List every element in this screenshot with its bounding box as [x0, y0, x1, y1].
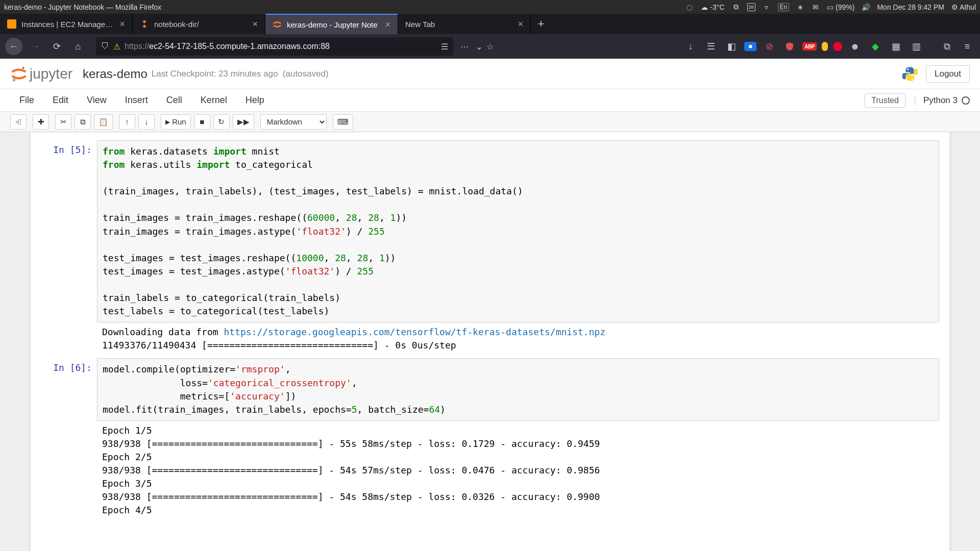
play-icon: ▶ [165, 118, 170, 126]
jupyter-logo[interactable]: jupyter [10, 65, 72, 83]
zoom-ext-icon[interactable]: ■ [744, 42, 756, 51]
svg-point-4 [907, 68, 909, 70]
move-up-button[interactable]: ↑ [119, 114, 135, 130]
close-icon[interactable]: × [119, 19, 125, 30]
wifi-icon[interactable]: ▿ [763, 3, 771, 11]
jupyter-app: jupyter keras-demo Last Checkpoint: 23 m… [0, 59, 980, 551]
lock-warning-icon[interactable]: ⚠ [113, 42, 120, 52]
hamburger-menu-icon[interactable]: ≡ [960, 39, 975, 54]
url-bar[interactable]: ⛉ ⚠ https://ec2-54-172-185-5.compute-1.a… [96, 37, 453, 56]
paste-button[interactable]: 📋 [94, 114, 113, 130]
system-bar: keras-demo - Jupyter Notebook — Mozilla … [0, 0, 980, 14]
copy-button[interactable]: ⧉ [75, 114, 91, 130]
code-cell[interactable]: In [5]: from keras.datasets import mnist… [41, 140, 939, 355]
reader-icon[interactable]: ☰ [441, 42, 448, 52]
code-input[interactable]: model.compile(optimizer='rmsprop', loss=… [97, 358, 939, 420]
close-icon[interactable]: × [252, 19, 258, 30]
tomato-icon[interactable] [833, 42, 842, 51]
menu-edit[interactable]: Edit [43, 95, 78, 106]
stop-icon: ■ [200, 117, 204, 126]
language-indicator[interactable]: En [778, 3, 790, 11]
ext-yellow-icon[interactable] [822, 42, 828, 51]
save-button[interactable]: ▫⃞ [10, 114, 27, 130]
user-menu[interactable]: ⚙ Athul [951, 3, 976, 11]
tab-ec2[interactable]: Instances | EC2 Management × [0, 14, 133, 34]
svg-point-0 [143, 20, 145, 23]
downloads-icon[interactable]: ↓ [683, 39, 698, 54]
battery-indicator[interactable]: ▭ (99%) [827, 3, 854, 11]
cut-button[interactable]: ✂ [55, 114, 71, 130]
aws-icon [7, 19, 16, 29]
bulb-icon[interactable]: ◌ [685, 3, 694, 11]
jupyter-header: jupyter keras-demo Last Checkpoint: 23 m… [0, 59, 980, 89]
account-icon[interactable]: ☻ [847, 39, 863, 54]
jupyter-icon [140, 19, 149, 29]
close-icon[interactable]: × [385, 19, 390, 30]
tab-keras-demo[interactable]: keras-demo - Jupyter Note × [265, 14, 398, 34]
abp-icon[interactable]: ABP [802, 42, 817, 51]
back-button[interactable]: ← [5, 38, 22, 55]
svg-point-1 [143, 25, 145, 28]
restart-button[interactable]: ↻ [213, 114, 230, 130]
code-input[interactable]: from keras.datasets import mnist from ke… [97, 140, 939, 322]
shield-icon[interactable]: ⛉ [101, 42, 109, 51]
menu-view[interactable]: View [78, 95, 116, 106]
bluetooth-icon[interactable]: ∗ [796, 3, 804, 11]
menu-kernel[interactable]: Kernel [191, 95, 236, 106]
window-title: keras-demo - Jupyter Notebook — Mozilla … [4, 3, 161, 11]
cut-icon: ✂ [60, 117, 67, 127]
tab-new[interactable]: New Tab × [398, 14, 531, 34]
svg-point-5 [912, 78, 913, 79]
interrupt-button[interactable]: ■ [194, 114, 210, 130]
noscript-icon[interactable]: ⊘ [762, 39, 777, 54]
run-button[interactable]: ▶ Run [161, 114, 191, 130]
move-down-button[interactable]: ↓ [138, 114, 155, 130]
python-icon [901, 65, 919, 83]
mail-icon[interactable]: ✉ [812, 3, 820, 11]
command-palette-button[interactable]: ⌨ [333, 114, 353, 130]
save-icon: ▫⃞ [16, 117, 21, 126]
clock[interactable]: Mon Dec 28 9:42 PM [877, 3, 944, 11]
jupyter-toolbar: ▫⃞ ✚ ✂ ⧉ 📋 ↑ ↓ ▶ Run ■ ↻ ▶▶ Markdown ⌨ [0, 112, 980, 132]
browser-tabstrip: Instances | EC2 Management × notebook-di… [0, 14, 980, 34]
restart-run-all-button[interactable]: ▶▶ [233, 114, 254, 130]
menu-help[interactable]: Help [236, 95, 274, 106]
notebook-sheet: In [5]: from keras.datasets import mnist… [31, 132, 949, 551]
close-icon[interactable]: × [518, 19, 523, 30]
code-cell[interactable]: In [6]: model.compile(optimizer='rmsprop… [41, 358, 939, 520]
logout-button[interactable]: Logout [926, 65, 970, 83]
ext-shield2-icon[interactable]: ◆ [868, 39, 883, 54]
celltype-select[interactable]: Markdown [260, 114, 327, 130]
menu-cell[interactable]: Cell [157, 95, 191, 106]
copy-icon: ⧉ [80, 117, 86, 127]
notebook-title[interactable]: keras-demo [83, 67, 148, 81]
arrow-up-icon: ↑ [125, 117, 129, 126]
jupyter-icon [273, 20, 282, 29]
menu-insert[interactable]: Insert [116, 95, 157, 106]
kernel-indicator[interactable]: Python 3 [915, 95, 970, 106]
insert-cell-button[interactable]: ✚ [33, 114, 49, 130]
calendar-icon[interactable]: 28 [747, 3, 755, 11]
input-prompt: In [5]: [41, 140, 97, 355]
new-tab-button[interactable]: + [531, 14, 551, 34]
pocket-icon[interactable]: ⌄ [476, 42, 482, 52]
menu-file[interactable]: File [10, 95, 43, 106]
reload-button[interactable]: ⟳ [48, 38, 65, 55]
bookmark-icon[interactable]: ☆ [486, 42, 494, 52]
ublock-icon[interactable] [782, 39, 797, 54]
notebook-area[interactable]: In [5]: from keras.datasets import mnist… [0, 132, 980, 551]
tab-notebook-dir[interactable]: notebook-dir/ × [133, 14, 265, 34]
dropbox-icon[interactable]: ⧉ [732, 3, 740, 11]
ext-book-icon[interactable]: ▥ [909, 39, 924, 54]
forward-button[interactable]: → [27, 38, 44, 55]
volume-icon[interactable]: 🔊 [862, 3, 870, 11]
ext-grid-icon[interactable]: ▦ [888, 39, 903, 54]
page-actions-icon[interactable]: ⋯ [460, 42, 469, 52]
weather-widget[interactable]: ☁ -3°C [701, 3, 724, 11]
sidebar-icon[interactable]: ◧ [724, 39, 739, 54]
ext-puzzle-icon[interactable]: ⧉ [939, 39, 954, 54]
home-button[interactable]: ⌂ [69, 38, 87, 55]
kernel-status-icon [962, 96, 970, 105]
library-icon[interactable]: ☰ [703, 39, 719, 54]
trusted-indicator[interactable]: Trusted [865, 93, 905, 108]
